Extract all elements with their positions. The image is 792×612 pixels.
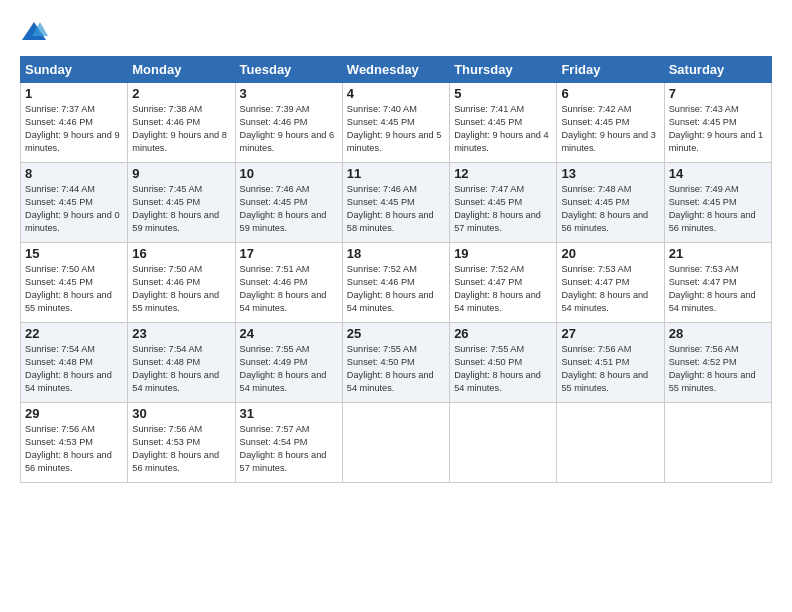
header-cell-thursday: Thursday	[450, 57, 557, 83]
day-number: 12	[454, 166, 552, 181]
week-row-5: 29Sunrise: 7:56 AMSunset: 4:53 PMDayligh…	[21, 403, 772, 483]
week-row-2: 8Sunrise: 7:44 AMSunset: 4:45 PMDaylight…	[21, 163, 772, 243]
day-info: Sunrise: 7:43 AMSunset: 4:45 PMDaylight:…	[669, 104, 764, 153]
day-info: Sunrise: 7:39 AMSunset: 4:46 PMDaylight:…	[240, 104, 335, 153]
day-info: Sunrise: 7:50 AMSunset: 4:46 PMDaylight:…	[132, 264, 219, 313]
day-info: Sunrise: 7:41 AMSunset: 4:45 PMDaylight:…	[454, 104, 549, 153]
day-info: Sunrise: 7:56 AMSunset: 4:53 PMDaylight:…	[25, 424, 112, 473]
day-number: 2	[132, 86, 230, 101]
day-number: 11	[347, 166, 445, 181]
day-number: 22	[25, 326, 123, 341]
day-number: 20	[561, 246, 659, 261]
day-cell: 27Sunrise: 7:56 AMSunset: 4:51 PMDayligh…	[557, 323, 664, 403]
calendar-table: SundayMondayTuesdayWednesdayThursdayFrid…	[20, 56, 772, 483]
calendar-body: 1Sunrise: 7:37 AMSunset: 4:46 PMDaylight…	[21, 83, 772, 483]
day-number: 17	[240, 246, 338, 261]
header-cell-wednesday: Wednesday	[342, 57, 449, 83]
day-number: 23	[132, 326, 230, 341]
day-info: Sunrise: 7:55 AMSunset: 4:50 PMDaylight:…	[454, 344, 541, 393]
day-info: Sunrise: 7:40 AMSunset: 4:45 PMDaylight:…	[347, 104, 442, 153]
day-info: Sunrise: 7:48 AMSunset: 4:45 PMDaylight:…	[561, 184, 648, 233]
day-cell: 29Sunrise: 7:56 AMSunset: 4:53 PMDayligh…	[21, 403, 128, 483]
day-number: 13	[561, 166, 659, 181]
day-number: 18	[347, 246, 445, 261]
day-number: 24	[240, 326, 338, 341]
day-cell: 1Sunrise: 7:37 AMSunset: 4:46 PMDaylight…	[21, 83, 128, 163]
day-info: Sunrise: 7:56 AMSunset: 4:52 PMDaylight:…	[669, 344, 756, 393]
header-cell-monday: Monday	[128, 57, 235, 83]
day-number: 3	[240, 86, 338, 101]
day-cell: 23Sunrise: 7:54 AMSunset: 4:48 PMDayligh…	[128, 323, 235, 403]
day-cell: 18Sunrise: 7:52 AMSunset: 4:46 PMDayligh…	[342, 243, 449, 323]
day-number: 29	[25, 406, 123, 421]
day-info: Sunrise: 7:55 AMSunset: 4:49 PMDaylight:…	[240, 344, 327, 393]
day-number: 8	[25, 166, 123, 181]
day-info: Sunrise: 7:38 AMSunset: 4:46 PMDaylight:…	[132, 104, 227, 153]
day-cell: 30Sunrise: 7:56 AMSunset: 4:53 PMDayligh…	[128, 403, 235, 483]
day-cell: 21Sunrise: 7:53 AMSunset: 4:47 PMDayligh…	[664, 243, 771, 323]
day-number: 30	[132, 406, 230, 421]
day-cell: 13Sunrise: 7:48 AMSunset: 4:45 PMDayligh…	[557, 163, 664, 243]
day-cell: 16Sunrise: 7:50 AMSunset: 4:46 PMDayligh…	[128, 243, 235, 323]
header-cell-saturday: Saturday	[664, 57, 771, 83]
day-info: Sunrise: 7:44 AMSunset: 4:45 PMDaylight:…	[25, 184, 120, 233]
week-row-1: 1Sunrise: 7:37 AMSunset: 4:46 PMDaylight…	[21, 83, 772, 163]
day-info: Sunrise: 7:46 AMSunset: 4:45 PMDaylight:…	[240, 184, 327, 233]
day-info: Sunrise: 7:54 AMSunset: 4:48 PMDaylight:…	[25, 344, 112, 393]
day-cell	[557, 403, 664, 483]
day-cell	[664, 403, 771, 483]
day-cell: 2Sunrise: 7:38 AMSunset: 4:46 PMDaylight…	[128, 83, 235, 163]
day-info: Sunrise: 7:57 AMSunset: 4:54 PMDaylight:…	[240, 424, 327, 473]
day-cell	[342, 403, 449, 483]
day-number: 4	[347, 86, 445, 101]
day-cell: 20Sunrise: 7:53 AMSunset: 4:47 PMDayligh…	[557, 243, 664, 323]
day-number: 5	[454, 86, 552, 101]
day-cell: 4Sunrise: 7:40 AMSunset: 4:45 PMDaylight…	[342, 83, 449, 163]
day-info: Sunrise: 7:45 AMSunset: 4:45 PMDaylight:…	[132, 184, 219, 233]
day-info: Sunrise: 7:46 AMSunset: 4:45 PMDaylight:…	[347, 184, 434, 233]
day-cell: 7Sunrise: 7:43 AMSunset: 4:45 PMDaylight…	[664, 83, 771, 163]
day-number: 16	[132, 246, 230, 261]
day-cell: 9Sunrise: 7:45 AMSunset: 4:45 PMDaylight…	[128, 163, 235, 243]
header-cell-friday: Friday	[557, 57, 664, 83]
day-cell: 28Sunrise: 7:56 AMSunset: 4:52 PMDayligh…	[664, 323, 771, 403]
day-info: Sunrise: 7:56 AMSunset: 4:51 PMDaylight:…	[561, 344, 648, 393]
day-number: 1	[25, 86, 123, 101]
day-info: Sunrise: 7:55 AMSunset: 4:50 PMDaylight:…	[347, 344, 434, 393]
header-cell-sunday: Sunday	[21, 57, 128, 83]
day-cell: 24Sunrise: 7:55 AMSunset: 4:49 PMDayligh…	[235, 323, 342, 403]
day-number: 10	[240, 166, 338, 181]
day-info: Sunrise: 7:42 AMSunset: 4:45 PMDaylight:…	[561, 104, 656, 153]
day-cell: 11Sunrise: 7:46 AMSunset: 4:45 PMDayligh…	[342, 163, 449, 243]
day-cell: 22Sunrise: 7:54 AMSunset: 4:48 PMDayligh…	[21, 323, 128, 403]
day-info: Sunrise: 7:54 AMSunset: 4:48 PMDaylight:…	[132, 344, 219, 393]
day-cell: 8Sunrise: 7:44 AMSunset: 4:45 PMDaylight…	[21, 163, 128, 243]
day-info: Sunrise: 7:52 AMSunset: 4:46 PMDaylight:…	[347, 264, 434, 313]
day-info: Sunrise: 7:56 AMSunset: 4:53 PMDaylight:…	[132, 424, 219, 473]
day-number: 14	[669, 166, 767, 181]
day-info: Sunrise: 7:53 AMSunset: 4:47 PMDaylight:…	[669, 264, 756, 313]
header	[20, 18, 772, 46]
day-cell: 31Sunrise: 7:57 AMSunset: 4:54 PMDayligh…	[235, 403, 342, 483]
day-number: 19	[454, 246, 552, 261]
day-info: Sunrise: 7:52 AMSunset: 4:47 PMDaylight:…	[454, 264, 541, 313]
day-number: 26	[454, 326, 552, 341]
logo	[20, 18, 52, 46]
day-cell: 19Sunrise: 7:52 AMSunset: 4:47 PMDayligh…	[450, 243, 557, 323]
day-number: 6	[561, 86, 659, 101]
day-cell: 14Sunrise: 7:49 AMSunset: 4:45 PMDayligh…	[664, 163, 771, 243]
day-cell: 6Sunrise: 7:42 AMSunset: 4:45 PMDaylight…	[557, 83, 664, 163]
day-info: Sunrise: 7:53 AMSunset: 4:47 PMDaylight:…	[561, 264, 648, 313]
day-number: 28	[669, 326, 767, 341]
day-number: 7	[669, 86, 767, 101]
page: SundayMondayTuesdayWednesdayThursdayFrid…	[0, 0, 792, 493]
day-cell: 15Sunrise: 7:50 AMSunset: 4:45 PMDayligh…	[21, 243, 128, 323]
week-row-3: 15Sunrise: 7:50 AMSunset: 4:45 PMDayligh…	[21, 243, 772, 323]
day-cell: 12Sunrise: 7:47 AMSunset: 4:45 PMDayligh…	[450, 163, 557, 243]
week-row-4: 22Sunrise: 7:54 AMSunset: 4:48 PMDayligh…	[21, 323, 772, 403]
day-cell: 25Sunrise: 7:55 AMSunset: 4:50 PMDayligh…	[342, 323, 449, 403]
logo-icon	[20, 18, 48, 46]
header-cell-tuesday: Tuesday	[235, 57, 342, 83]
day-info: Sunrise: 7:50 AMSunset: 4:45 PMDaylight:…	[25, 264, 112, 313]
day-number: 15	[25, 246, 123, 261]
